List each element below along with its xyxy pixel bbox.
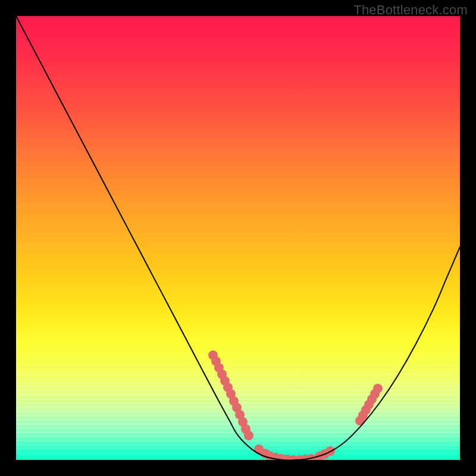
chart-svg — [16, 16, 460, 460]
highlight-marker — [373, 384, 383, 393]
plot-area — [16, 16, 460, 460]
markers-group — [208, 350, 383, 460]
watermark-text: TheBottleneck.com — [353, 2, 468, 18]
bottleneck-curve-path — [16, 16, 460, 460]
highlight-marker — [244, 431, 253, 440]
chart-frame: TheBottleneck.com — [0, 0, 476, 476]
